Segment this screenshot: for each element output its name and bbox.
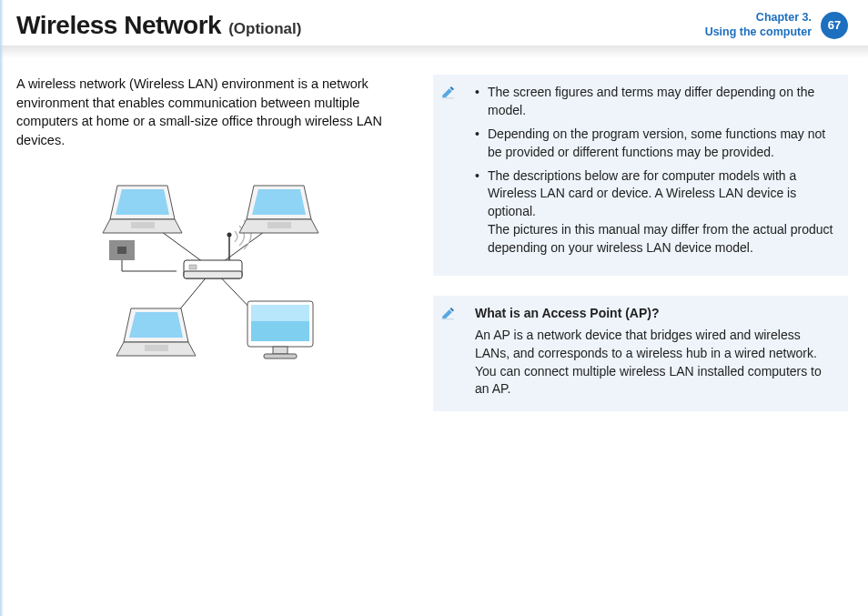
ap-box-title: What is an Access Point (AP)?: [475, 305, 835, 323]
svg-rect-14: [131, 222, 155, 228]
ap-box-body: An AP is a network device that bridges w…: [475, 328, 822, 397]
pencil-note-icon: [440, 84, 457, 106]
svg-marker-12: [116, 189, 169, 215]
svg-rect-7: [184, 271, 242, 278]
content-columns: A wireless network (Wireless LAN) enviro…: [16, 75, 848, 411]
notes-item-subtext: The pictures in this manual may differ f…: [488, 221, 835, 258]
svg-rect-28: [442, 97, 455, 99]
left-column: A wireless network (Wireless LAN) enviro…: [16, 75, 409, 411]
wireless-network-diagram: [16, 169, 409, 379]
page-subtitle: (Optional): [228, 20, 301, 38]
svg-rect-25: [251, 305, 309, 321]
notes-box: The screen figures and terms may differ …: [433, 75, 848, 276]
ap-box-content: What is an Access Point (AP)? An AP is a…: [475, 305, 835, 399]
laptop-icon: [103, 186, 182, 233]
svg-rect-27: [264, 354, 297, 358]
svg-rect-22: [145, 345, 168, 351]
pencil-note-icon: [440, 305, 457, 327]
access-point-box: What is an Access Point (AP)? An AP is a…: [433, 296, 848, 411]
notes-item: The descriptions below are for computer …: [475, 167, 835, 258]
chapter-line-2: Using the computer: [705, 25, 812, 40]
diagram-svg: [67, 169, 358, 379]
svg-rect-26: [273, 347, 288, 354]
right-column: The screen figures and terms may differ …: [433, 75, 848, 411]
chapter-text: Chapter 3. Using the computer: [705, 11, 812, 39]
notes-item-text: Depending on the program version, some f…: [488, 126, 825, 159]
page-header: Wireless Network (Optional) Chapter 3. U…: [16, 11, 848, 40]
svg-marker-16: [252, 189, 306, 215]
laptop-icon: [239, 186, 318, 233]
notes-item: The screen figures and terms may differ …: [475, 84, 835, 120]
svg-point-9: [227, 233, 232, 237]
header-shadow: [0, 45, 868, 58]
notes-item: Depending on the program version, some f…: [475, 126, 835, 162]
svg-rect-18: [267, 222, 291, 228]
svg-marker-20: [129, 312, 183, 338]
chapter-wrap: Chapter 3. Using the computer 67: [705, 11, 848, 39]
monitor-icon: [247, 301, 313, 358]
notes-item-text: The descriptions below are for computer …: [488, 168, 796, 219]
left-accent: [0, 0, 4, 616]
page-title: Wireless Network: [16, 11, 221, 40]
svg-rect-29: [442, 318, 455, 320]
intro-paragraph: A wireless network (Wireless LAN) enviro…: [16, 75, 409, 149]
notes-list: The screen figures and terms may differ …: [475, 84, 835, 258]
page-number-badge: 67: [821, 12, 848, 39]
wall-socket-icon: [109, 240, 135, 260]
title-wrap: Wireless Network (Optional): [16, 11, 301, 40]
svg-rect-5: [117, 247, 126, 254]
page-number: 67: [828, 18, 841, 32]
svg-rect-10: [189, 265, 197, 269]
chapter-line-1: Chapter 3.: [705, 11, 812, 25]
laptop-icon: [116, 308, 196, 356]
notes-item-text: The screen figures and terms may differ …: [488, 85, 814, 117]
document-page: Wireless Network (Optional) Chapter 3. U…: [0, 0, 868, 616]
